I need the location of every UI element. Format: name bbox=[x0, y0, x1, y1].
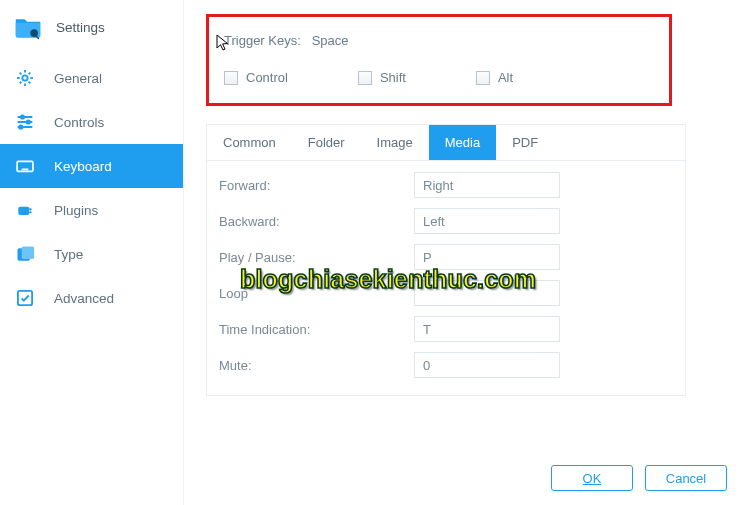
sidebar: Settings General Controls bbox=[0, 0, 184, 505]
sidebar-item-plugins[interactable]: Plugins bbox=[0, 188, 183, 232]
modifier-checkbox-shift[interactable]: Shift bbox=[358, 70, 406, 85]
row-field-time-indication[interactable] bbox=[414, 316, 560, 342]
row-field-loop[interactable] bbox=[414, 280, 560, 306]
plugin-icon bbox=[14, 199, 36, 221]
sidebar-item-label: Advanced bbox=[54, 291, 114, 306]
tab-common[interactable]: Common bbox=[207, 125, 292, 160]
svg-point-0 bbox=[30, 29, 38, 37]
row-label: Backward: bbox=[219, 214, 414, 229]
svg-rect-12 bbox=[18, 291, 32, 305]
row-loop: Loop bbox=[219, 275, 673, 311]
row-label: Loop bbox=[219, 286, 414, 301]
checkbox-label: Control bbox=[246, 70, 288, 85]
modifier-checkbox-alt[interactable]: Alt bbox=[476, 70, 513, 85]
row-time-indication: Time Indication: bbox=[219, 311, 673, 347]
check-square-icon bbox=[14, 287, 36, 309]
checkbox-label: Shift bbox=[380, 70, 406, 85]
sidebar-item-label: Plugins bbox=[54, 203, 98, 218]
svg-rect-7 bbox=[18, 207, 29, 215]
sidebar-item-general[interactable]: General bbox=[0, 56, 183, 100]
main-panel: Trigger Keys: Space Control Shift Alt bbox=[184, 0, 747, 505]
gear-icon bbox=[14, 67, 36, 89]
sidebar-item-keyboard[interactable]: Keyboard bbox=[0, 144, 183, 188]
svg-point-4 bbox=[27, 120, 30, 123]
dialog-footer: OK Cancel bbox=[551, 465, 727, 491]
sidebar-header: Settings bbox=[0, 6, 183, 56]
row-backward: Backward: bbox=[219, 203, 673, 239]
trigger-value: Space bbox=[312, 33, 349, 48]
row-play-pause: Play / Pause: bbox=[219, 239, 673, 275]
tab-image[interactable]: Image bbox=[361, 125, 429, 160]
row-field-mute[interactable] bbox=[414, 352, 560, 378]
row-label: Time Indication: bbox=[219, 322, 414, 337]
row-field-play-pause[interactable] bbox=[414, 244, 560, 270]
modifier-checkbox-control[interactable]: Control bbox=[224, 70, 288, 85]
sidebar-item-label: Keyboard bbox=[54, 159, 112, 174]
ok-button[interactable]: OK bbox=[551, 465, 633, 491]
sidebar-item-label: Type bbox=[54, 247, 83, 262]
svg-rect-11 bbox=[22, 247, 34, 260]
checkbox-box-icon bbox=[224, 71, 238, 85]
type-icon bbox=[14, 243, 36, 265]
svg-point-3 bbox=[21, 115, 24, 118]
app-root: Settings General Controls bbox=[0, 0, 747, 505]
tab-folder[interactable]: Folder bbox=[292, 125, 361, 160]
svg-point-5 bbox=[19, 125, 22, 128]
keybindings-card: Common Folder Image Media PDF Forward: B… bbox=[206, 124, 686, 396]
trigger-keys-line: Trigger Keys: Space bbox=[221, 33, 657, 48]
trigger-keys-panel: Trigger Keys: Space Control Shift Alt bbox=[206, 14, 672, 106]
sidebar-item-label: General bbox=[54, 71, 102, 86]
row-label: Forward: bbox=[219, 178, 414, 193]
keybinding-rows: Forward: Backward: Play / Pause: Loop Ti… bbox=[207, 161, 685, 395]
row-label: Mute: bbox=[219, 358, 414, 373]
sliders-icon bbox=[14, 111, 36, 133]
svg-rect-8 bbox=[29, 208, 31, 210]
keyboard-icon bbox=[14, 155, 36, 177]
row-field-backward[interactable] bbox=[414, 208, 560, 234]
tab-media[interactable]: Media bbox=[429, 125, 496, 160]
svg-rect-9 bbox=[29, 211, 31, 213]
sidebar-item-advanced[interactable]: Advanced bbox=[0, 276, 183, 320]
row-field-forward[interactable] bbox=[414, 172, 560, 198]
row-label: Play / Pause: bbox=[219, 250, 414, 265]
tabs: Common Folder Image Media PDF bbox=[207, 125, 685, 161]
app-folder-icon bbox=[14, 14, 42, 40]
cancel-button[interactable]: Cancel bbox=[645, 465, 727, 491]
sidebar-title: Settings bbox=[56, 20, 105, 35]
sidebar-item-controls[interactable]: Controls bbox=[0, 100, 183, 144]
checkbox-box-icon bbox=[476, 71, 490, 85]
row-forward: Forward: bbox=[219, 167, 673, 203]
checkbox-box-icon bbox=[358, 71, 372, 85]
svg-point-2 bbox=[22, 75, 27, 80]
row-mute: Mute: bbox=[219, 347, 673, 383]
checkbox-label: Alt bbox=[498, 70, 513, 85]
tab-pdf[interactable]: PDF bbox=[496, 125, 554, 160]
sidebar-item-label: Controls bbox=[54, 115, 104, 130]
sidebar-item-type[interactable]: Type bbox=[0, 232, 183, 276]
trigger-label: Trigger Keys: bbox=[224, 33, 301, 48]
